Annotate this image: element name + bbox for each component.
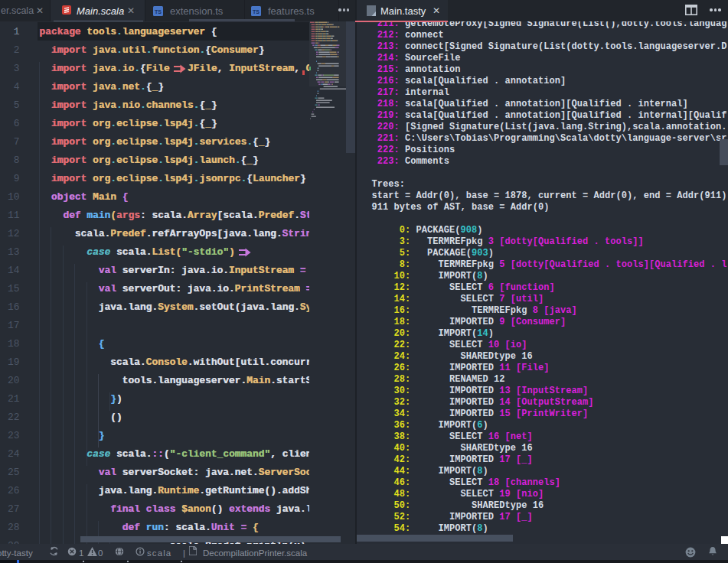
svg-text:TS: TS [155, 9, 162, 15]
svg-text:TS: TS [253, 9, 260, 15]
